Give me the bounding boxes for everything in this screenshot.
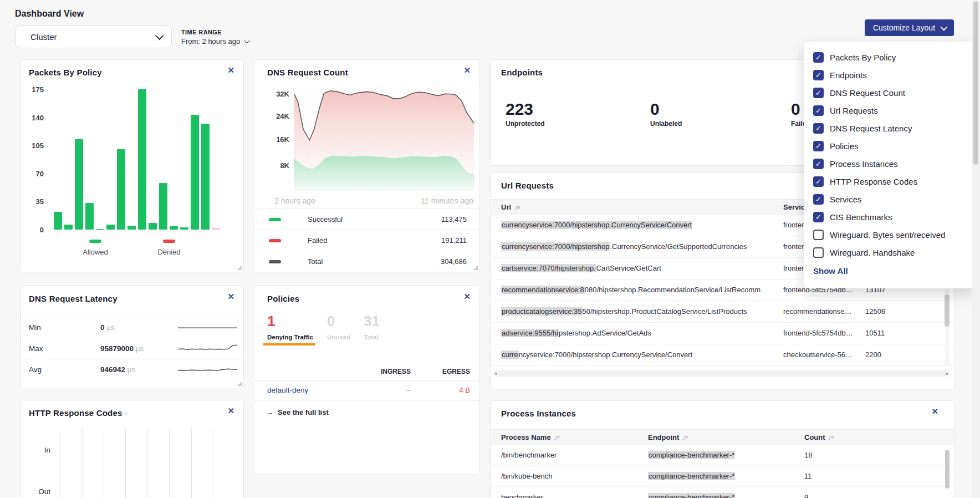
y-tick: 0 bbox=[21, 226, 44, 234]
bar-chart bbox=[54, 89, 221, 230]
tab-denying-traffic[interactable]: 1 Denying Traffic bbox=[267, 314, 313, 341]
checkbox-icon[interactable]: ✓ bbox=[813, 141, 824, 151]
policy-row: default-deny – 4 B bbox=[254, 380, 479, 401]
latency-unit: µs bbox=[134, 344, 144, 353]
url-cell: currencyservice:7000/hipstershop.Currenc… bbox=[501, 350, 692, 359]
checkbox-icon[interactable]: ✓ bbox=[813, 88, 824, 98]
horizontal-scrollbar[interactable]: ◂ ▸ bbox=[493, 370, 950, 377]
checkbox-icon[interactable]: ✓ bbox=[813, 212, 824, 222]
time-range-control[interactable]: From: 2 hours ago bbox=[181, 37, 249, 45]
scroll-left-icon[interactable]: ◂ bbox=[494, 371, 497, 376]
service-cell: checkoutservice-56… bbox=[783, 350, 853, 359]
bar-allowed bbox=[201, 124, 210, 230]
checkbox-icon[interactable]: ✓ bbox=[813, 123, 824, 134]
layout-menu-item[interactable]: ✓CIS Benchmarks bbox=[813, 208, 974, 226]
show-all-link[interactable]: Show All bbox=[813, 266, 974, 276]
resize-handle[interactable] bbox=[237, 382, 242, 386]
column-header-process-name[interactable]: Process Name↓≡ bbox=[501, 433, 559, 441]
table-row[interactable]: productcatalogservice:3550/hipstershop.P… bbox=[491, 301, 954, 323]
vertical-scrollbar[interactable] bbox=[945, 450, 950, 489]
layout-menu-item[interactable]: Wireguard. Handshake bbox=[813, 243, 974, 261]
table-row[interactable]: currencyservice:7000/hipstershop.Currenc… bbox=[491, 344, 954, 366]
bar-allowed bbox=[85, 203, 94, 230]
endpoint-cell: compliance-benchmarker-* bbox=[648, 493, 735, 498]
y-tick: 175 bbox=[21, 85, 44, 94]
url-cell: recommendationservice:8080/hipstershop.R… bbox=[501, 286, 760, 294]
page-scrollbar[interactable] bbox=[972, 0, 980, 498]
checkbox-icon[interactable]: ✓ bbox=[813, 176, 824, 187]
column-header-endpoint[interactable]: Endpoint↓≡ bbox=[648, 433, 687, 441]
checkbox-icon[interactable]: ✓ bbox=[813, 105, 824, 116]
heatmap-chart bbox=[54, 429, 237, 498]
policy-name-link[interactable]: default-deny bbox=[267, 386, 308, 394]
count-cell: 10511 bbox=[865, 329, 885, 337]
layout-menu-item[interactable]: ✓Packets By Policy bbox=[813, 48, 974, 66]
layout-menu-item[interactable]: ✓HTTP Response Codes bbox=[813, 172, 974, 190]
table-row[interactable]: /bin/benchmarkercompliance-benchmarker-*… bbox=[491, 445, 954, 466]
close-icon[interactable]: ✕ bbox=[463, 65, 471, 75]
layout-menu-item[interactable]: ✓Endpoints bbox=[813, 66, 974, 84]
column-header-url[interactable]: Url↓≡ bbox=[501, 203, 519, 211]
table-row[interactable]: benchmarkercompliance-benchmarker-*9 bbox=[491, 487, 954, 498]
close-icon[interactable]: ✕ bbox=[931, 406, 938, 416]
checkbox-icon[interactable]: ✓ bbox=[813, 159, 824, 169]
table-row[interactable]: /bin/kube-benchcompliance-benchmarker-*1… bbox=[491, 466, 954, 487]
stat-value: 0 bbox=[650, 101, 682, 118]
close-icon[interactable]: ✕ bbox=[227, 406, 234, 416]
layout-menu-item-label: HTTP Response Codes bbox=[830, 177, 917, 186]
y-tick: 32K bbox=[254, 90, 289, 98]
layout-menu-item[interactable]: ✓Services bbox=[813, 190, 974, 208]
close-icon[interactable]: ✕ bbox=[227, 292, 234, 302]
url-highlight: cartservice:7070/hipstershop. bbox=[501, 264, 596, 272]
layout-menu-item[interactable]: ✓DNS Request Latency bbox=[813, 119, 974, 137]
time-range-label: TIME RANGE bbox=[181, 29, 222, 35]
latency-value: 946942 µs bbox=[100, 365, 135, 374]
gridline bbox=[125, 429, 126, 498]
scroll-right-icon[interactable]: ▸ bbox=[946, 371, 948, 376]
close-icon[interactable]: ✕ bbox=[227, 65, 234, 75]
checkbox-icon[interactable] bbox=[813, 230, 824, 240]
sparkline bbox=[178, 321, 237, 334]
layout-menu-item[interactable]: ✓Url Requests bbox=[813, 101, 974, 119]
bar-allowed bbox=[170, 226, 178, 230]
card-title: Process Instances bbox=[501, 409, 576, 418]
bar-allowed bbox=[96, 229, 104, 230]
stat-label: Denying Traffic bbox=[267, 334, 313, 341]
bar-allowed bbox=[127, 226, 136, 230]
checkbox-icon[interactable] bbox=[813, 247, 824, 258]
layout-menu-item-label: Wireguard. Bytes sent/received bbox=[830, 230, 945, 240]
layout-menu-item[interactable]: ✓DNS Request Count bbox=[813, 84, 974, 101]
customize-layout-button[interactable]: Customize Layout bbox=[865, 19, 954, 36]
view-selector[interactable]: Cluster bbox=[15, 26, 172, 48]
service-cell: recommendationse… bbox=[783, 307, 852, 316]
layout-menu-item[interactable]: ✓Policies bbox=[813, 137, 974, 155]
tab-unused[interactable]: 0 Unused bbox=[327, 314, 350, 341]
customize-layout-menu: ✓Packets By Policy✓Endpoints✓DNS Request… bbox=[804, 42, 974, 288]
stat-value: 1 bbox=[267, 314, 313, 328]
resize-handle[interactable] bbox=[237, 266, 242, 270]
column-header-egress: EGRESS bbox=[437, 368, 470, 375]
gridline bbox=[213, 429, 213, 498]
bar-allowed bbox=[117, 149, 125, 230]
layout-menu-item[interactable]: Wireguard. Bytes sent/received bbox=[813, 226, 974, 243]
http-response-codes-card: HTTP Response Codes ✕ In Out bbox=[21, 400, 244, 498]
dns-request-latency-card: DNS Request Latency ✕ Min0 µsMax95879000… bbox=[21, 286, 244, 388]
layout-menu-item[interactable]: ✓Process Instances bbox=[813, 155, 974, 172]
process-name-cell: /bin/benchmarker bbox=[501, 451, 557, 459]
resize-handle[interactable] bbox=[473, 266, 478, 270]
checkbox-icon[interactable]: ✓ bbox=[813, 52, 824, 63]
stat-value: 31 bbox=[364, 314, 380, 328]
column-header-count[interactable]: Count↓≡ bbox=[804, 433, 833, 441]
endpoint-highlight: compliance-benchmarker-* bbox=[648, 493, 735, 498]
bar-allowed bbox=[75, 139, 83, 230]
see-full-list-link[interactable]: →See the full list bbox=[266, 408, 329, 416]
checkbox-icon[interactable]: ✓ bbox=[813, 70, 824, 80]
close-icon[interactable]: ✕ bbox=[463, 292, 471, 302]
chevron-down-icon bbox=[244, 38, 249, 44]
dashboard-page: Dashboard View Cluster TIME RANGE From: … bbox=[0, 0, 980, 498]
checkbox-icon[interactable]: ✓ bbox=[813, 194, 824, 205]
tab-total[interactable]: 31 Total bbox=[364, 314, 380, 341]
table-row[interactable]: adservice:9555/hipstershop.AdService/Get… bbox=[491, 323, 954, 344]
row-label-out: Out bbox=[29, 487, 50, 496]
url-highlight: currencyservice:7000/hipstershop.Currenc… bbox=[501, 221, 692, 229]
